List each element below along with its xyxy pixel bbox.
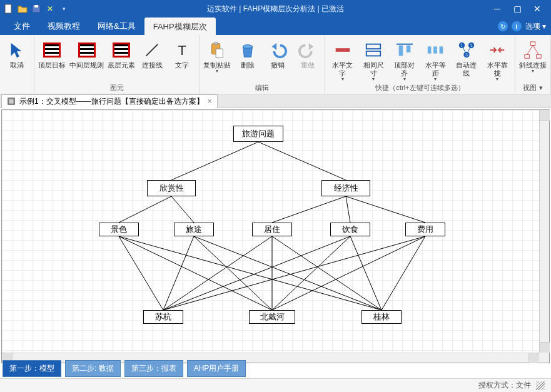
document-tab[interactable]: 示例1：交叉模型——旅行问题【直接确定出备选方案】 × (1, 94, 218, 108)
svg-rect-9 (336, 48, 350, 52)
ahp-manual-button[interactable]: AHP用户手册 (187, 360, 246, 377)
auto-connect-icon: 123 (457, 40, 477, 60)
diagram-node-c1[interactable]: 欣赏性 (147, 180, 196, 196)
ribbon-group-quick: 水平文字▾ 相同尺寸▾ 顶部对齐▾ 水平等距▾ 123自动连线 水平靠拢▾ 快捷… (325, 35, 515, 94)
ribbon-group-edit: 复制粘贴▾ 删除 撤销 重做 编辑 (200, 35, 325, 94)
ribbon-group-view-label: 视图 ▾ (518, 82, 548, 94)
info-icon[interactable]: i (512, 21, 522, 31)
menu-network-tools[interactable]: 网络&工具 (89, 18, 144, 34)
svg-line-52 (163, 236, 425, 310)
mid-rule-icon (77, 40, 97, 60)
diagram-node-a2[interactable]: 旅途 (174, 223, 214, 236)
redo-button[interactable]: 重做 (293, 38, 322, 82)
new-file-icon[interactable] (4, 4, 14, 14)
cancel-button[interactable]: 取消 (3, 38, 31, 84)
ribbon-group-view: 斜线连接▾ 视图 ▾ (515, 35, 551, 94)
text-icon: T (172, 40, 192, 60)
svg-rect-13 (398, 46, 403, 56)
trash-icon (238, 40, 258, 60)
h-snap-button[interactable]: 水平靠拢▾ (483, 38, 513, 82)
svg-rect-0 (5, 4, 11, 13)
svg-line-29 (527, 46, 533, 55)
text-button[interactable]: T文字 (168, 38, 196, 82)
diagram-canvas[interactable]: 旅游问题欣赏性经济性景色旅途居住饮食费用苏杭北戴河桂林 (2, 110, 539, 353)
close-tab-button[interactable]: × (208, 97, 212, 106)
svg-rect-14 (407, 46, 411, 53)
svg-line-44 (194, 236, 272, 310)
chevron-down-icon: ▾ (434, 76, 437, 82)
bottom-element-button[interactable]: 底层元素 (106, 38, 136, 82)
cursor-icon (7, 40, 27, 60)
svg-line-42 (119, 236, 382, 310)
chevron-down-icon: ▾ (532, 68, 534, 74)
diagram-node-p2[interactable]: 北戴河 (249, 310, 295, 324)
svg-rect-16 (433, 46, 437, 53)
tab-fahp[interactable]: FAHP模糊层次 (144, 18, 216, 36)
save-icon[interactable] (31, 4, 41, 14)
step-2-button[interactable]: 第二步: 数据 (65, 360, 121, 377)
undo-button[interactable]: 撤销 (263, 38, 292, 82)
svg-line-39 (346, 196, 425, 223)
window-controls: ─ ▢ ✕ (487, 3, 547, 15)
help-icon[interactable]: ↻ (498, 21, 508, 31)
undo-icon (268, 40, 288, 60)
svg-rect-26 (530, 42, 535, 46)
svg-line-40 (119, 236, 163, 310)
top-align-button[interactable]: 顶部对齐▾ (390, 38, 420, 82)
top-goal-button[interactable]: 顶层目标 (37, 38, 67, 82)
svg-line-38 (346, 196, 350, 223)
step-1-button[interactable]: 第一步：模型 (3, 360, 61, 377)
svg-line-50 (272, 236, 350, 310)
h-gap-button[interactable]: 水平等距▾ (421, 38, 451, 82)
top-align-icon (395, 40, 415, 60)
svg-rect-11 (366, 51, 381, 56)
tools-icon[interactable]: ✕ (45, 4, 55, 14)
h-text-icon (333, 40, 353, 60)
diagram-node-a1[interactable]: 景色 (99, 223, 139, 236)
bottom-element-icon (111, 40, 131, 60)
svg-line-35 (119, 196, 171, 223)
vertical-scrollbar[interactable] (539, 110, 549, 353)
svg-line-45 (194, 236, 382, 310)
auto-connect-button[interactable]: 123自动连线 (452, 38, 482, 82)
svg-rect-15 (428, 46, 432, 53)
diag-connect-button[interactable]: 斜线连接▾ (518, 38, 548, 82)
svg-text:T: T (178, 43, 186, 58)
menu-video-tutorial[interactable]: 视频教程 (39, 18, 89, 34)
resize-grip[interactable] (536, 381, 545, 390)
svg-rect-17 (440, 46, 443, 53)
delete-button[interactable]: 删除 (233, 38, 262, 82)
ribbon-group-quick-label: 快捷（ctrl+左键可连续多选） (328, 82, 512, 94)
connector-button[interactable]: 连接线 (138, 38, 166, 82)
step-3-button[interactable]: 第三步：报表 (124, 360, 183, 377)
options-button[interactable]: 选项 ▾ (525, 21, 546, 32)
diagram-node-root[interactable]: 旅游问题 (233, 126, 283, 142)
mid-rule-button[interactable]: 中间层规则 (68, 38, 105, 82)
copy-paste-icon (207, 40, 227, 60)
copy-paste-button[interactable]: 复制粘贴▾ (202, 38, 232, 82)
chevron-down-icon: ▾ (403, 76, 406, 82)
diagram-node-a3[interactable]: 居住 (252, 223, 292, 236)
same-size-button[interactable]: 相同尺寸▾ (359, 38, 389, 82)
maximize-button[interactable]: ▢ (507, 3, 527, 15)
diagram-node-p1[interactable]: 苏杭 (143, 310, 183, 324)
scroll-corner (539, 353, 549, 363)
svg-line-49 (163, 236, 350, 310)
h-text-button[interactable]: 水平文字▾ (328, 38, 358, 82)
menu-file[interactable]: 文件 (5, 18, 39, 34)
chevron-down-icon: ▾ (496, 76, 498, 82)
ribbon-group-cancel: 取消 (0, 35, 34, 94)
diagram-node-c2[interactable]: 经济性 (321, 180, 370, 196)
status-text: 授权方式：文件 (478, 380, 531, 391)
close-button[interactable]: ✕ (527, 3, 547, 15)
open-file-icon[interactable] (18, 4, 28, 14)
minimize-button[interactable]: ─ (487, 3, 507, 15)
svg-rect-2 (34, 5, 38, 8)
window-title: 迈实软件 | FAHP模糊层次分析法 | 已激活 (207, 4, 344, 14)
qat-dropdown-icon[interactable]: ▾ (59, 4, 69, 14)
svg-point-8 (243, 45, 253, 49)
redo-icon (298, 40, 318, 60)
diagram-node-p3[interactable]: 桂林 (361, 310, 402, 324)
diagram-node-a4[interactable]: 饮食 (330, 223, 370, 236)
diagram-node-a5[interactable]: 费用 (405, 223, 445, 236)
